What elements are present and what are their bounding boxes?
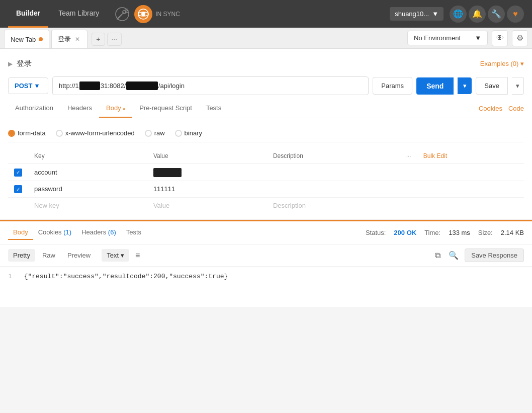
add-tab-btn[interactable]: + xyxy=(92,33,105,46)
row2-description[interactable] xyxy=(267,181,400,198)
svg-line-6 xyxy=(126,11,128,11)
tab-prerequest[interactable]: Pre-request Script xyxy=(132,99,199,118)
fmt-pretty[interactable]: Pretty xyxy=(8,249,35,262)
svg-point-9 xyxy=(141,12,145,16)
orbit-icon xyxy=(134,5,152,23)
urlencoded-radio-btn xyxy=(56,130,63,137)
chevron-right-icon: ▶ xyxy=(8,60,13,67)
response-tabs-bar: Body Cookies (1) Headers (6) Tests Statu… xyxy=(0,221,532,244)
tab-close-icon[interactable]: ✕ xyxy=(74,35,81,44)
tab-tests[interactable]: Tests xyxy=(199,99,228,118)
check-icon: ✓ xyxy=(16,187,20,192)
row1-checkbox[interactable]: ✓ xyxy=(14,169,22,177)
builder-tab-label: Builder xyxy=(16,9,40,17)
globe-icon: 🌐 xyxy=(453,9,463,19)
url-bar: POST ▾ http://1 31:8082/ /api/login Para… xyxy=(8,76,524,95)
team-library-label: Team Library xyxy=(58,9,99,17)
svg-line-4 xyxy=(117,17,120,19)
params-btn[interactable]: Params xyxy=(373,77,412,95)
col-key: Key xyxy=(28,148,147,164)
gear-icon-btn[interactable]: ⚙ xyxy=(512,30,528,46)
body-type-row: form-data x-www-form-urlencoded raw bina… xyxy=(8,124,524,142)
line-number: 1 xyxy=(8,273,12,280)
team-library-tab[interactable]: Team Library xyxy=(50,0,107,28)
bell-icon-btn[interactable]: 🔔 xyxy=(469,6,486,23)
format-type-dropdown[interactable]: Text ▾ xyxy=(102,249,129,262)
binary-radio-btn xyxy=(175,130,182,137)
fmt-preview[interactable]: Preview xyxy=(62,249,96,262)
search-btn[interactable]: 🔍 xyxy=(447,249,461,262)
resp-tab-cookies[interactable]: Cookies (1) xyxy=(33,225,76,240)
save-dropdown-btn[interactable]: ▾ xyxy=(512,77,524,95)
fmt-raw[interactable]: Raw xyxy=(37,249,60,262)
method-chevron-icon: ▾ xyxy=(35,82,39,90)
table-row: ✓ password 111111 xyxy=(8,181,524,198)
response-code-line1: {"result":"success","resultcode":200,"su… xyxy=(24,273,228,280)
col-more: ··· xyxy=(400,148,417,164)
method-label: POST xyxy=(15,82,32,90)
row1-description[interactable] xyxy=(267,164,400,181)
req-tab-right: Cookies Code xyxy=(479,105,524,112)
status-value: 200 OK xyxy=(394,229,416,236)
resp-format-bar: Pretty Raw Preview Text ▾ ≡ ⧉ 🔍 Save Res… xyxy=(0,244,532,267)
table-row: ✓ account xyxy=(8,164,524,181)
builder-tab[interactable]: Builder xyxy=(8,0,48,28)
heart-icon-btn[interactable]: ♥ xyxy=(507,6,524,23)
eye-icon-btn[interactable]: 👁 xyxy=(492,30,508,46)
env-dropdown[interactable]: No Environment ▼ xyxy=(407,31,488,45)
check-icon: ✓ xyxy=(16,170,20,175)
heart-icon: ♥ xyxy=(513,10,518,19)
row2-checkbox[interactable]: ✓ xyxy=(14,185,22,193)
login-tab-label: 登录 xyxy=(58,35,71,44)
col-checkbox xyxy=(8,148,28,164)
tab-headers[interactable]: Headers xyxy=(60,99,99,118)
tab-body[interactable]: Body ● xyxy=(99,99,132,118)
login-tab[interactable]: 登录 ✕ xyxy=(51,30,87,48)
col-bulk-edit: Bulk Edit xyxy=(417,148,524,164)
row2-value[interactable]: 111111 xyxy=(147,181,267,198)
resp-tab-tests[interactable]: Tests xyxy=(121,225,146,240)
resp-tab-headers[interactable]: Headers (6) xyxy=(76,225,121,240)
request-name: 登录 xyxy=(17,59,32,68)
sync-label: IN SYNC xyxy=(155,11,180,18)
url-input[interactable]: http://1 31:8082/ /api/login xyxy=(52,76,369,95)
url-prefix: http://1 xyxy=(59,82,79,90)
top-nav: Builder Team Library I xyxy=(0,0,532,28)
method-select[interactable]: POST ▾ xyxy=(8,77,48,94)
copy-btn[interactable]: ⧉ xyxy=(433,249,442,262)
cookies-link[interactable]: Cookies xyxy=(479,105,502,112)
time-label: Time: xyxy=(424,229,440,236)
tab-dot xyxy=(39,37,43,41)
new-key-row: New key Value Description xyxy=(8,198,524,214)
raw-radio[interactable]: raw xyxy=(145,129,165,137)
wrap-btn[interactable]: ≡ xyxy=(133,249,142,262)
response-section: Body Cookies (1) Headers (6) Tests Statu… xyxy=(0,220,532,307)
request-tabs: Authorization Headers Body ● Pre-request… xyxy=(8,99,524,118)
examples-btn[interactable]: Examples (0) ▾ xyxy=(480,60,524,67)
tab-authorization[interactable]: Authorization xyxy=(8,99,60,118)
code-link[interactable]: Code xyxy=(508,105,524,112)
save-btn[interactable]: Save xyxy=(476,77,508,95)
cookies-badge: (1) xyxy=(63,228,71,236)
urlencoded-radio[interactable]: x-www-form-urlencoded xyxy=(56,129,135,137)
wrench-icon-btn[interactable]: 🔧 xyxy=(488,6,505,23)
col-value: Value xyxy=(147,148,267,164)
row1-key[interactable]: account xyxy=(28,164,147,181)
eye-icon: 👁 xyxy=(496,34,504,43)
new-tab[interactable]: New Tab xyxy=(4,30,49,48)
url-port: 31:8082/ xyxy=(101,82,126,90)
row2-key[interactable]: password xyxy=(28,181,147,198)
send-dropdown-btn[interactable]: ▾ xyxy=(458,77,472,94)
form-data-radio[interactable]: form-data xyxy=(8,129,46,137)
wrench-icon: 🔧 xyxy=(491,9,501,19)
resp-tab-body[interactable]: Body xyxy=(8,225,33,240)
globe-icon-btn[interactable]: 🌐 xyxy=(450,6,467,23)
binary-radio[interactable]: binary xyxy=(175,129,202,137)
send-btn[interactable]: Send xyxy=(416,77,454,95)
save-response-btn[interactable]: Save Response xyxy=(465,249,524,262)
row1-value[interactable] xyxy=(147,164,267,181)
tabs-bar: New Tab 登录 ✕ + ··· No Environment ▼ 👁 ⚙ xyxy=(0,28,532,49)
user-dropdown[interactable]: shuang10... ▼ xyxy=(390,7,444,21)
bulk-edit-btn[interactable]: Bulk Edit xyxy=(423,152,447,159)
more-tabs-btn[interactable]: ··· xyxy=(107,33,122,46)
